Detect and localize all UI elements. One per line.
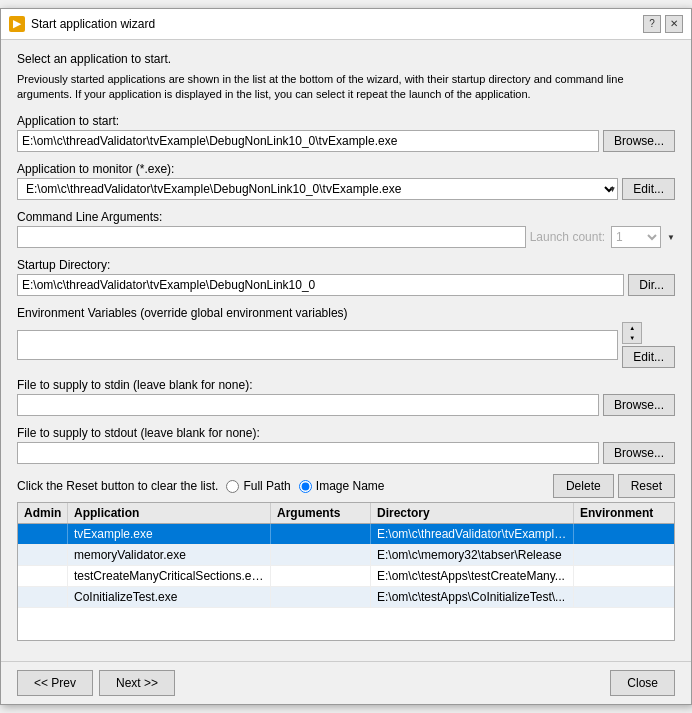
row1-directory: E:\om\c\threadValidator\tvExample... bbox=[371, 524, 574, 544]
row3-admin bbox=[18, 566, 68, 586]
app-monitor-label: Application to monitor (*.exe): bbox=[17, 162, 675, 176]
stdout-label: File to supply to stdout (leave blank fo… bbox=[17, 426, 675, 440]
title-bar: ▶ Start application wizard ? ✕ bbox=[1, 9, 691, 40]
row3-directory: E:\om\c\testApps\testCreateMany... bbox=[371, 566, 574, 586]
stdin-input[interactable] bbox=[17, 394, 599, 416]
launch-count-group: Launch count: 1 ▼ bbox=[530, 226, 675, 248]
row2-directory: E:\om\c\memory32\tabser\Release bbox=[371, 545, 574, 565]
close-button[interactable]: Close bbox=[610, 670, 675, 696]
app-monitor-select[interactable]: E:\om\c\threadValidator\tvExample\DebugN… bbox=[17, 178, 618, 200]
env-vars-label: Environment Variables (override global e… bbox=[17, 306, 675, 320]
launch-count-label: Launch count: bbox=[530, 230, 605, 244]
list-item[interactable]: memoryValidator.exe E:\om\c\memory32\tab… bbox=[18, 545, 674, 566]
wizard-footer: << Prev Next >> Close bbox=[1, 661, 691, 704]
app-list: Admin Application Arguments Directory En… bbox=[17, 502, 675, 641]
env-vars-row: ▲ ▼ Edit... bbox=[17, 322, 675, 368]
startup-dir-row: Dir... bbox=[17, 274, 675, 296]
list-item[interactable]: tvExample.exe E:\om\c\threadValidator\tv… bbox=[18, 524, 674, 545]
row3-arguments bbox=[271, 566, 371, 586]
row4-admin bbox=[18, 587, 68, 607]
col-environment: Environment bbox=[574, 503, 674, 523]
cmd-args-input[interactable] bbox=[17, 226, 526, 248]
launch-count-arrow-icon: ▼ bbox=[667, 233, 675, 242]
col-application: Application bbox=[68, 503, 271, 523]
prev-button[interactable]: << Prev bbox=[17, 670, 93, 696]
list-item[interactable]: testCreateManyCriticalSections.exe E:\om… bbox=[18, 566, 674, 587]
reset-button[interactable]: Reset bbox=[618, 474, 675, 498]
wizard-window: ▶ Start application wizard ? ✕ Select an… bbox=[0, 8, 692, 706]
image-name-radio[interactable] bbox=[299, 480, 312, 493]
col-admin: Admin bbox=[18, 503, 68, 523]
env-spinbox: ▲ ▼ bbox=[622, 322, 642, 344]
spin-up-button[interactable]: ▲ bbox=[623, 323, 641, 333]
env-controls: ▲ ▼ Edit... bbox=[622, 322, 675, 368]
list-action-buttons: Delete Reset bbox=[553, 474, 675, 498]
image-name-label-text: Image Name bbox=[316, 479, 385, 493]
app-start-label: Application to start: bbox=[17, 114, 675, 128]
list-empty-space bbox=[18, 608, 674, 640]
row1-arguments bbox=[271, 524, 371, 544]
browse-stdin-button[interactable]: Browse... bbox=[603, 394, 675, 416]
startup-dir-label: Startup Directory: bbox=[17, 258, 675, 272]
row4-application: CoInitializeTest.exe bbox=[68, 587, 271, 607]
app-start-row: Browse... bbox=[17, 130, 675, 152]
spin-down-button[interactable]: ▼ bbox=[623, 333, 641, 343]
app-start-input[interactable] bbox=[17, 130, 599, 152]
title-bar-left: ▶ Start application wizard bbox=[9, 16, 155, 32]
row1-environment bbox=[574, 524, 674, 544]
cmd-args-row: Launch count: 1 ▼ bbox=[17, 226, 675, 248]
next-button[interactable]: Next >> bbox=[99, 670, 175, 696]
row2-admin bbox=[18, 545, 68, 565]
row4-directory: E:\om\c\testApps\CoInitializeTest\... bbox=[371, 587, 574, 607]
footer-nav-left: << Prev Next >> bbox=[17, 670, 175, 696]
title-bar-buttons: ? ✕ bbox=[643, 15, 683, 33]
stdout-row: Browse... bbox=[17, 442, 675, 464]
row3-application: testCreateManyCriticalSections.exe bbox=[68, 566, 271, 586]
cmd-args-label: Command Line Arguments: bbox=[17, 210, 675, 224]
row1-admin bbox=[18, 524, 68, 544]
browse-stdout-button[interactable]: Browse... bbox=[603, 442, 675, 464]
full-path-label-text: Full Path bbox=[243, 479, 290, 493]
row2-arguments bbox=[271, 545, 371, 565]
info-text: Previously started applications are show… bbox=[17, 72, 675, 103]
list-header: Admin Application Arguments Directory En… bbox=[18, 503, 674, 524]
app-monitor-select-wrapper: E:\om\c\threadValidator\tvExample\DebugN… bbox=[17, 178, 618, 200]
list-item[interactable]: CoInitializeTest.exe E:\om\c\testApps\Co… bbox=[18, 587, 674, 608]
row2-application: memoryValidator.exe bbox=[68, 545, 271, 565]
edit-env-button[interactable]: Edit... bbox=[622, 346, 675, 368]
window-title: Start application wizard bbox=[31, 17, 155, 31]
full-path-radio[interactable] bbox=[226, 480, 239, 493]
row4-arguments bbox=[271, 587, 371, 607]
section-description: Select an application to start. bbox=[17, 52, 675, 66]
row1-application: tvExample.exe bbox=[68, 524, 271, 544]
edit-monitor-button[interactable]: Edit... bbox=[622, 178, 675, 200]
row4-environment bbox=[574, 587, 674, 607]
delete-button[interactable]: Delete bbox=[553, 474, 614, 498]
help-button[interactable]: ? bbox=[643, 15, 661, 33]
app-icon: ▶ bbox=[9, 16, 25, 32]
dir-button[interactable]: Dir... bbox=[628, 274, 675, 296]
col-arguments: Arguments bbox=[271, 503, 371, 523]
wizard-content: Select an application to start. Previous… bbox=[1, 40, 691, 662]
reset-hint-label: Click the Reset button to clear the list… bbox=[17, 479, 218, 493]
full-path-radio-label[interactable]: Full Path bbox=[226, 479, 290, 493]
startup-dir-input[interactable] bbox=[17, 274, 624, 296]
reset-delete-row: Click the Reset button to clear the list… bbox=[17, 474, 675, 498]
image-name-radio-label[interactable]: Image Name bbox=[299, 479, 385, 493]
launch-count-select[interactable]: 1 bbox=[611, 226, 661, 248]
app-monitor-row: E:\om\c\threadValidator\tvExample\DebugN… bbox=[17, 178, 675, 200]
stdout-input[interactable] bbox=[17, 442, 599, 464]
close-title-button[interactable]: ✕ bbox=[665, 15, 683, 33]
browse-app-button[interactable]: Browse... bbox=[603, 130, 675, 152]
stdin-label: File to supply to stdin (leave blank for… bbox=[17, 378, 675, 392]
col-directory: Directory bbox=[371, 503, 574, 523]
row2-environment bbox=[574, 545, 674, 565]
radio-group: Click the Reset button to clear the list… bbox=[17, 479, 385, 493]
row3-environment bbox=[574, 566, 674, 586]
stdin-row: Browse... bbox=[17, 394, 675, 416]
env-vars-input[interactable] bbox=[17, 330, 618, 360]
